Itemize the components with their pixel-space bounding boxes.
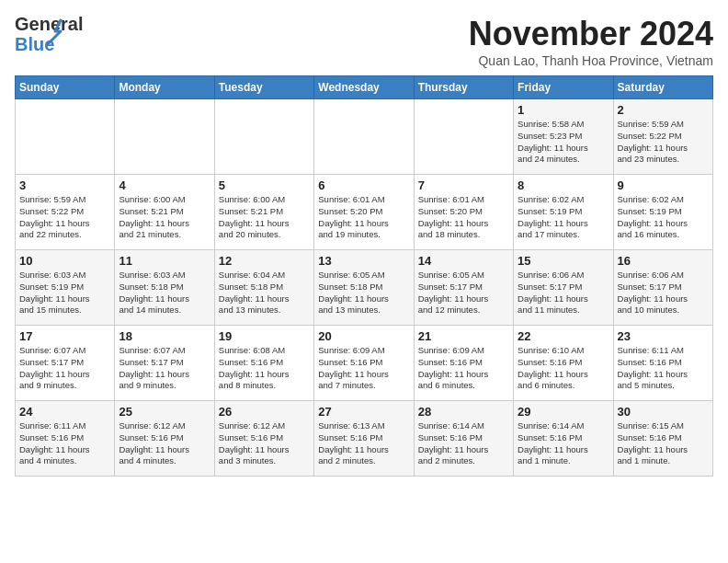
- day-number: 10: [19, 254, 110, 268]
- day-number: 17: [19, 329, 110, 343]
- day-info: Sunrise: 6:13 AM Sunset: 5:16 PM Dayligh…: [318, 420, 409, 467]
- day-info: Sunrise: 5:59 AM Sunset: 5:22 PM Dayligh…: [618, 119, 709, 166]
- day-number: 19: [219, 329, 310, 343]
- column-header-saturday: Saturday: [613, 76, 712, 99]
- day-cell: 21Sunrise: 6:09 AM Sunset: 5:16 PM Dayli…: [414, 326, 513, 401]
- day-number: 14: [418, 254, 509, 268]
- day-info: Sunrise: 6:03 AM Sunset: 5:19 PM Dayligh…: [19, 270, 110, 316]
- day-cell: 13Sunrise: 6:05 AM Sunset: 5:18 PM Dayli…: [314, 250, 414, 326]
- day-number: 21: [418, 329, 509, 343]
- day-info: Sunrise: 6:01 AM Sunset: 5:20 PM Dayligh…: [318, 194, 409, 241]
- day-number: 2: [618, 103, 709, 117]
- day-number: 6: [318, 178, 409, 192]
- day-cell: 27Sunrise: 6:13 AM Sunset: 5:16 PM Dayli…: [314, 401, 414, 477]
- day-info: Sunrise: 6:08 AM Sunset: 5:16 PM Dayligh…: [219, 345, 310, 392]
- day-info: Sunrise: 6:01 AM Sunset: 5:20 PM Dayligh…: [418, 194, 509, 241]
- day-cell: 28Sunrise: 6:14 AM Sunset: 5:16 PM Dayli…: [414, 401, 513, 477]
- title-area: November 2024 Quan Lao, Thanh Hoa Provin…: [469, 15, 713, 68]
- day-info: Sunrise: 6:12 AM Sunset: 5:16 PM Dayligh…: [219, 420, 310, 467]
- day-cell: 8Sunrise: 6:02 AM Sunset: 5:19 PM Daylig…: [514, 175, 613, 250]
- day-info: Sunrise: 6:12 AM Sunset: 5:16 PM Dayligh…: [119, 420, 210, 467]
- day-cell: 17Sunrise: 6:07 AM Sunset: 5:17 PM Dayli…: [16, 326, 115, 401]
- day-cell: 1Sunrise: 5:58 AM Sunset: 5:23 PM Daylig…: [514, 99, 613, 175]
- column-header-wednesday: Wednesday: [314, 76, 414, 99]
- day-cell: 22Sunrise: 6:10 AM Sunset: 5:16 PM Dayli…: [514, 326, 613, 401]
- day-info: Sunrise: 6:07 AM Sunset: 5:17 PM Dayligh…: [19, 345, 110, 392]
- day-number: 27: [318, 405, 409, 419]
- day-info: Sunrise: 6:14 AM Sunset: 5:16 PM Dayligh…: [418, 420, 509, 467]
- week-row-3: 10Sunrise: 6:03 AM Sunset: 5:19 PM Dayli…: [16, 250, 713, 326]
- day-info: Sunrise: 6:06 AM Sunset: 5:17 PM Dayligh…: [518, 270, 609, 316]
- day-number: 20: [318, 329, 409, 343]
- day-cell: [115, 99, 214, 175]
- day-info: Sunrise: 6:02 AM Sunset: 5:19 PM Dayligh…: [618, 194, 709, 241]
- day-info: Sunrise: 5:59 AM Sunset: 5:22 PM Dayligh…: [19, 194, 110, 241]
- calendar-table: SundayMondayTuesdayWednesdayThursdayFrid…: [15, 75, 713, 477]
- day-cell: 3Sunrise: 5:59 AM Sunset: 5:22 PM Daylig…: [16, 175, 115, 250]
- column-header-monday: Monday: [115, 76, 214, 99]
- day-cell: 20Sunrise: 6:09 AM Sunset: 5:16 PM Dayli…: [314, 326, 414, 401]
- day-cell: 9Sunrise: 6:02 AM Sunset: 5:19 PM Daylig…: [613, 175, 712, 250]
- day-info: Sunrise: 6:14 AM Sunset: 5:16 PM Dayligh…: [518, 420, 609, 467]
- day-cell: 29Sunrise: 6:14 AM Sunset: 5:16 PM Dayli…: [514, 401, 613, 477]
- day-cell: 5Sunrise: 6:00 AM Sunset: 5:21 PM Daylig…: [214, 175, 313, 250]
- day-info: Sunrise: 6:09 AM Sunset: 5:16 PM Dayligh…: [318, 345, 409, 392]
- week-row-1: 1Sunrise: 5:58 AM Sunset: 5:23 PM Daylig…: [16, 99, 713, 175]
- day-number: 30: [618, 405, 709, 419]
- day-cell: 23Sunrise: 6:11 AM Sunset: 5:16 PM Dayli…: [613, 326, 712, 401]
- location: Quan Lao, Thanh Hoa Province, Vietnam: [469, 53, 713, 68]
- day-number: 15: [518, 254, 609, 268]
- day-cell: 25Sunrise: 6:12 AM Sunset: 5:16 PM Dayli…: [115, 401, 214, 477]
- day-number: 1: [518, 103, 609, 117]
- day-cell: 7Sunrise: 6:01 AM Sunset: 5:20 PM Daylig…: [414, 175, 513, 250]
- day-number: 8: [518, 178, 609, 192]
- day-cell: 6Sunrise: 6:01 AM Sunset: 5:20 PM Daylig…: [314, 175, 414, 250]
- day-number: 25: [119, 405, 210, 419]
- day-info: Sunrise: 6:04 AM Sunset: 5:18 PM Dayligh…: [219, 270, 310, 316]
- day-cell: [16, 99, 115, 175]
- day-cell: 4Sunrise: 6:00 AM Sunset: 5:21 PM Daylig…: [115, 175, 214, 250]
- day-number: 18: [119, 329, 210, 343]
- day-info: Sunrise: 6:05 AM Sunset: 5:18 PM Dayligh…: [318, 270, 409, 316]
- day-info: Sunrise: 6:15 AM Sunset: 5:16 PM Dayligh…: [618, 420, 709, 467]
- day-info: Sunrise: 5:58 AM Sunset: 5:23 PM Dayligh…: [518, 119, 609, 166]
- day-info: Sunrise: 6:06 AM Sunset: 5:17 PM Dayligh…: [618, 270, 709, 316]
- day-number: 12: [219, 254, 310, 268]
- day-info: Sunrise: 6:03 AM Sunset: 5:18 PM Dayligh…: [119, 270, 210, 316]
- day-cell: [214, 99, 313, 175]
- day-cell: 26Sunrise: 6:12 AM Sunset: 5:16 PM Dayli…: [214, 401, 313, 477]
- column-header-sunday: Sunday: [16, 76, 115, 99]
- header: General Blue November 2024 Quan Lao, Tha…: [15, 15, 713, 68]
- day-info: Sunrise: 6:00 AM Sunset: 5:21 PM Dayligh…: [119, 194, 210, 241]
- day-info: Sunrise: 6:09 AM Sunset: 5:16 PM Dayligh…: [418, 345, 509, 392]
- day-cell: [314, 99, 414, 175]
- day-cell: 16Sunrise: 6:06 AM Sunset: 5:17 PM Dayli…: [613, 250, 712, 326]
- month-title: November 2024: [469, 15, 713, 53]
- day-info: Sunrise: 6:11 AM Sunset: 5:16 PM Dayligh…: [19, 420, 110, 467]
- week-row-5: 24Sunrise: 6:11 AM Sunset: 5:16 PM Dayli…: [16, 401, 713, 477]
- day-number: 7: [418, 178, 509, 192]
- day-number: 23: [618, 329, 709, 343]
- column-header-tuesday: Tuesday: [214, 76, 313, 99]
- day-number: 28: [418, 405, 509, 419]
- day-info: Sunrise: 6:11 AM Sunset: 5:16 PM Dayligh…: [618, 345, 709, 392]
- day-cell: 19Sunrise: 6:08 AM Sunset: 5:16 PM Dayli…: [214, 326, 313, 401]
- day-number: 24: [19, 405, 110, 419]
- day-cell: 14Sunrise: 6:05 AM Sunset: 5:17 PM Dayli…: [414, 250, 513, 326]
- day-info: Sunrise: 6:02 AM Sunset: 5:19 PM Dayligh…: [518, 194, 609, 241]
- day-number: 3: [19, 178, 110, 192]
- day-info: Sunrise: 6:10 AM Sunset: 5:16 PM Dayligh…: [518, 345, 609, 392]
- day-cell: 2Sunrise: 5:59 AM Sunset: 5:22 PM Daylig…: [613, 99, 712, 175]
- week-row-4: 17Sunrise: 6:07 AM Sunset: 5:17 PM Dayli…: [16, 326, 713, 401]
- day-cell: [414, 99, 513, 175]
- header-row: SundayMondayTuesdayWednesdayThursdayFrid…: [16, 76, 713, 99]
- day-cell: 30Sunrise: 6:15 AM Sunset: 5:16 PM Dayli…: [613, 401, 712, 477]
- day-cell: 15Sunrise: 6:06 AM Sunset: 5:17 PM Dayli…: [514, 250, 613, 326]
- day-number: 4: [119, 178, 210, 192]
- column-header-friday: Friday: [514, 76, 613, 99]
- day-cell: 18Sunrise: 6:07 AM Sunset: 5:17 PM Dayli…: [115, 326, 214, 401]
- day-number: 13: [318, 254, 409, 268]
- day-number: 29: [518, 405, 609, 419]
- column-header-thursday: Thursday: [414, 76, 513, 99]
- day-number: 9: [618, 178, 709, 192]
